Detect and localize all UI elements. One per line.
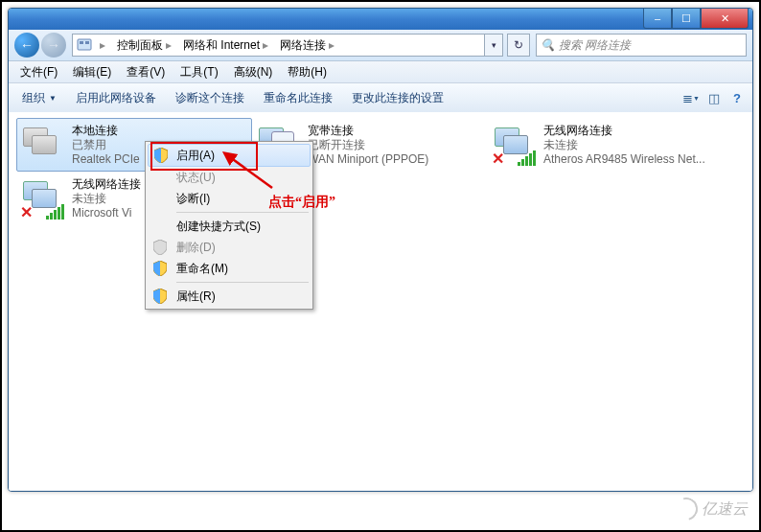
menu-tools[interactable]: 工具(T) xyxy=(173,62,225,82)
refresh-button[interactable]: ↻ xyxy=(507,34,530,57)
command-toolbar: 组织▼ 启用此网络设备 诊断这个连接 重命名此连接 更改此连接的设置 ≣▼ ◫ … xyxy=(9,83,752,113)
menu-bar: 文件(F) 编辑(E) 查看(V) 工具(T) 高级(N) 帮助(H) xyxy=(9,61,752,83)
search-icon: 🔍 xyxy=(541,38,555,52)
help-button[interactable]: ? xyxy=(727,88,747,107)
breadcrumb-history-button[interactable]: ▾ xyxy=(484,34,503,57)
close-button[interactable]: ✕ xyxy=(701,9,749,29)
ctx-properties[interactable]: 属性(R) xyxy=(148,286,311,307)
content-pane[interactable]: 本地连接 已禁用 Realtek PCIe ✕ 宽带连接 已断开连接 WAN M… xyxy=(9,112,752,491)
menu-view[interactable]: 查看(V) xyxy=(119,62,173,82)
search-input[interactable]: 🔍 搜索 网络连接 xyxy=(536,34,747,57)
shield-icon xyxy=(153,261,169,276)
watermark: 亿速云 xyxy=(675,497,748,520)
shield-icon xyxy=(153,240,169,255)
preview-pane-button[interactable]: ◫ xyxy=(704,88,724,107)
change-settings-button[interactable]: 更改此连接的设置 xyxy=(344,87,451,109)
address-bar-row: ← → ▸ 控制面板▸ 网络和 Internet▸ 网络连接▸ ▾ ↻ 🔍 搜索… xyxy=(9,30,752,61)
breadcrumb-bar[interactable]: ▸ 控制面板▸ 网络和 Internet▸ 网络连接▸ xyxy=(72,34,485,57)
enable-device-button[interactable]: 启用此网络设备 xyxy=(68,87,164,109)
organize-button[interactable]: 组织▼ xyxy=(14,87,64,109)
menu-advanced[interactable]: 高级(N) xyxy=(226,62,281,82)
svg-rect-2 xyxy=(85,41,89,44)
ctx-separator xyxy=(176,282,309,283)
svg-rect-0 xyxy=(78,39,91,50)
crumb-control-panel[interactable]: 控制面板 xyxy=(117,37,163,54)
rename-button[interactable]: 重命名此连接 xyxy=(256,87,340,109)
maximize-button[interactable]: ☐ xyxy=(672,9,701,29)
connection-wifi-atheros[interactable]: ✕ 无线网络连接 未连接 Atheros AR9485 Wireless Net… xyxy=(488,118,724,172)
nav-forward-button[interactable]: → xyxy=(41,33,66,58)
control-panel-icon xyxy=(77,37,92,53)
annotation-text: 点击“启用” xyxy=(268,194,335,211)
minimize-button[interactable]: – xyxy=(643,9,672,29)
ctx-rename[interactable]: 重命名(M) xyxy=(148,258,311,279)
shield-icon xyxy=(154,148,170,163)
crumb-network-internet[interactable]: 网络和 Internet xyxy=(183,37,260,54)
ctx-separator xyxy=(176,212,309,213)
nav-back-button[interactable]: ← xyxy=(14,33,39,58)
svg-rect-1 xyxy=(80,41,83,44)
ctx-delete: 删除(D) xyxy=(148,237,311,258)
explorer-window: – ☐ ✕ ← → ▸ 控制面板▸ 网络和 Internet▸ 网络连接▸ ▾ … xyxy=(8,8,753,492)
menu-edit[interactable]: 编辑(E) xyxy=(65,62,119,82)
ctx-status: 状态(U) xyxy=(148,167,311,188)
diagnose-button[interactable]: 诊断这个连接 xyxy=(168,87,252,109)
title-bar: – ☐ ✕ xyxy=(9,9,752,30)
ctx-create-shortcut[interactable]: 创建快捷方式(S) xyxy=(148,216,311,237)
logo-icon xyxy=(671,494,703,525)
ctx-enable[interactable]: 启用(A) xyxy=(148,144,311,167)
view-mode-button[interactable]: ≣▼ xyxy=(681,88,701,107)
shield-icon xyxy=(153,289,169,304)
menu-help[interactable]: 帮助(H) xyxy=(280,62,334,82)
context-menu: 启用(A) 状态(U) 诊断(I) 创建快捷方式(S) 删除(D) 重命名(M) xyxy=(145,141,313,310)
crumb-network-connections[interactable]: 网络连接 xyxy=(280,37,326,54)
menu-file[interactable]: 文件(F) xyxy=(12,62,65,82)
